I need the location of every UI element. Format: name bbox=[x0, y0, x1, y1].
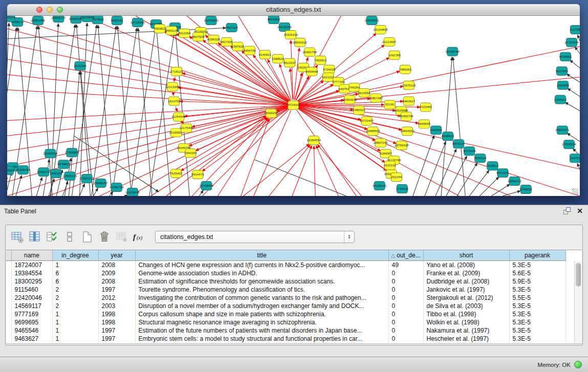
table-cell[interactable]: 0 bbox=[388, 318, 423, 326]
graph-node[interactable]: 16782759 bbox=[110, 183, 124, 192]
graph-node[interactable]: 20891406 bbox=[31, 16, 45, 25]
window-titlebar[interactable]: citations_edges.txt bbox=[7, 4, 580, 16]
table-cell[interactable]: 1997 bbox=[98, 326, 135, 335]
graph-node[interactable]: 2367608 bbox=[232, 42, 245, 51]
graph-node[interactable]: 2718120 bbox=[170, 67, 183, 76]
graph-node[interactable]: 1733426 bbox=[396, 185, 409, 193]
row-options-button[interactable] bbox=[62, 230, 77, 244]
network-canvas[interactable]: 1872400714055717208914061065328715276029… bbox=[7, 16, 580, 196]
table-cell[interactable]: 1 bbox=[52, 318, 98, 326]
table-cell[interactable]: 2008 bbox=[98, 261, 135, 270]
graph-node[interactable]: 9529966 bbox=[559, 52, 572, 61]
table-cell[interactable]: 2 bbox=[52, 302, 98, 310]
graph-node[interactable]: 18640910 bbox=[293, 38, 307, 47]
graph-node[interactable]: 9245652 bbox=[520, 185, 533, 194]
graph-node[interactable]: 2015334 bbox=[74, 61, 86, 70]
table-cell[interactable]: 19384554 bbox=[11, 269, 52, 277]
graph-node[interactable]: 15892971 bbox=[555, 126, 570, 135]
table-cell[interactable]: 0 bbox=[388, 277, 423, 286]
table-cell[interactable]: 1 bbox=[52, 261, 98, 270]
graph-node[interactable]: 9699695 bbox=[418, 120, 431, 128]
table-cell[interactable]: 5.5E-5 bbox=[509, 294, 565, 302]
graph-node[interactable]: 1244413 bbox=[554, 95, 567, 104]
column-header-in-degree[interactable]: in_degree bbox=[52, 250, 98, 261]
graph-node[interactable]: 9960129 bbox=[165, 26, 178, 35]
table-cell[interactable]: 1 bbox=[52, 326, 98, 335]
show-columns-button[interactable] bbox=[27, 230, 42, 244]
graph-node[interactable]: 18300295 bbox=[264, 109, 278, 118]
graph-node[interactable]: 26495796 bbox=[399, 112, 413, 121]
graph-node[interactable]: 12942737 bbox=[36, 168, 51, 177]
graph-node[interactable]: 1640954 bbox=[430, 126, 443, 135]
delete-items-button[interactable] bbox=[97, 230, 112, 244]
table-cell[interactable]: 2003 bbox=[98, 302, 135, 310]
table-row[interactable]: 946362711997Embryonic stem cells: a mode… bbox=[6, 335, 565, 343]
table-selector-dropdown[interactable]: citations_edges.txt ▲▼ bbox=[155, 231, 355, 243]
graph-node[interactable]: 19384554 bbox=[307, 136, 321, 145]
graph-node[interactable]: 1545194 bbox=[50, 169, 62, 178]
function-builder-button[interactable]: f(x) bbox=[132, 230, 147, 244]
table-cell[interactable]: 1 bbox=[52, 310, 98, 318]
table-cell[interactable]: Embryonic stem cells: a model to study s… bbox=[135, 335, 388, 343]
graph-node[interactable]: 252254 bbox=[391, 173, 402, 182]
graph-node[interactable]: 12505135 bbox=[63, 172, 77, 181]
table-cell[interactable]: 6 bbox=[52, 277, 98, 286]
graph-node[interactable]: 11568189 bbox=[16, 166, 31, 174]
table-cell[interactable]: Yano et al. (2008) bbox=[423, 261, 509, 270]
graph-node[interactable]: 3919923 bbox=[7, 166, 15, 175]
table-row[interactable]: 977716911998Corpus callosum shape and si… bbox=[6, 310, 565, 318]
table-cell[interactable]: 49 bbox=[388, 261, 423, 270]
close-panel-icon[interactable]: ✕ bbox=[577, 207, 583, 214]
graph-node[interactable]: 746266 bbox=[349, 83, 360, 92]
graph-node[interactable]: 2935114 bbox=[474, 154, 486, 163]
table-row[interactable]: 969969511998Structural magnetic resonanc… bbox=[6, 318, 565, 326]
graph-node[interactable]: 9914479 bbox=[191, 170, 204, 179]
graph-node[interactable]: 9474444 bbox=[463, 147, 476, 156]
graph-node[interactable]: 8186328 bbox=[207, 35, 220, 43]
table-cell[interactable]: 5.3E-5 bbox=[509, 286, 565, 294]
table-row[interactable]: 1872400712008Changes of HCN gene express… bbox=[6, 261, 565, 270]
graph-node[interactable]: 15325419 bbox=[284, 30, 298, 39]
table-cell[interactable]: 1998 bbox=[98, 318, 135, 326]
table-row[interactable]: 1456911722003Disruption of a novel membe… bbox=[6, 302, 565, 310]
graph-node[interactable]: 8938923 bbox=[442, 132, 454, 141]
table-cell[interactable]: Corpus callosum shape and size in male p… bbox=[135, 310, 388, 318]
canvas-resize-handle[interactable] bbox=[572, 188, 578, 194]
graph-node[interactable]: 19218506 bbox=[277, 23, 292, 31]
float-panel-icon[interactable] bbox=[563, 207, 571, 214]
table-cell[interactable]: Tibbo et al. (1998) bbox=[423, 310, 509, 318]
graph-node[interactable]: 15720407 bbox=[360, 117, 374, 125]
table-cell[interactable]: 2 bbox=[52, 294, 98, 302]
table-cell[interactable]: 6 bbox=[52, 269, 98, 277]
table-cell[interactable]: 0 bbox=[388, 310, 423, 318]
graph-node[interactable]: 16648784 bbox=[445, 47, 460, 56]
table-cell[interactable]: 5.3E-5 bbox=[509, 310, 565, 318]
table-cell[interactable]: Estimation of the future numbers of pati… bbox=[135, 326, 388, 335]
column-header-out-de[interactable]: △out_de... bbox=[388, 250, 423, 261]
table-cell[interactable]: 0 bbox=[388, 269, 423, 277]
graph-node[interactable]: 18724007 bbox=[286, 101, 300, 110]
graph-node[interactable]: 9990448 bbox=[306, 67, 318, 76]
table-cell[interactable]: 9777169 bbox=[11, 310, 52, 318]
table-cell[interactable]: 18724007 bbox=[11, 261, 52, 270]
column-header-title[interactable]: title bbox=[135, 250, 388, 261]
graph-node[interactable]: 7857224 bbox=[225, 23, 238, 32]
graph-node[interactable]: 1209358 bbox=[557, 81, 570, 90]
table-cell[interactable]: 1998 bbox=[98, 310, 135, 318]
column-header-gutter[interactable] bbox=[6, 250, 11, 261]
graph-node[interactable]: 1810755 bbox=[168, 97, 181, 105]
graph-node[interactable]: 1615132 bbox=[384, 161, 397, 170]
table-cell[interactable]: 22420046 bbox=[11, 294, 52, 302]
table-cell[interactable]: Jankovic et al. (1997) bbox=[423, 286, 509, 294]
table-cell[interactable]: 0 bbox=[388, 335, 423, 343]
table-row[interactable]: 946554611997Estimation of the future num… bbox=[6, 326, 565, 335]
table-cell[interactable]: 5.3E-5 bbox=[509, 335, 565, 343]
table-cell[interactable]: 5.9E-5 bbox=[509, 277, 565, 286]
graph-node[interactable]: 16154808 bbox=[374, 25, 388, 34]
graph-node[interactable]: 12213967 bbox=[382, 37, 397, 46]
table-cell[interactable]: 5.3E-5 bbox=[509, 261, 565, 270]
graph-node[interactable]: 9227343 bbox=[556, 67, 569, 75]
table-row[interactable]: 1830029562008Estimation of significance … bbox=[6, 277, 565, 286]
table-cell[interactable]: Wolkin et al. (1998) bbox=[423, 318, 509, 326]
graph-node[interactable]: 6734028 bbox=[323, 65, 336, 74]
